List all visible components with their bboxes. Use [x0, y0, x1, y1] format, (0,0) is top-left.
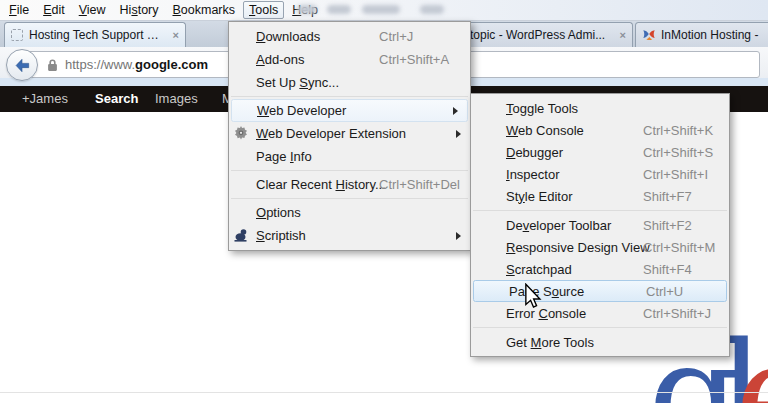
web-developer-submenu: Toggle Tools Web Console Ctrl+Shift+K De…	[470, 93, 730, 357]
lock-icon	[47, 58, 58, 72]
placeholder-favicon-icon	[11, 29, 23, 41]
menu-item-label: Options	[256, 205, 301, 220]
submenu-arrow-icon	[456, 130, 461, 138]
tab-wordpress-admin[interactable]: topic - WordPress Admi... ×	[452, 22, 633, 47]
menu-separator	[231, 198, 468, 199]
shortcut-label: Ctrl+Shift+J	[643, 306, 711, 321]
menu-file[interactable]: File	[3, 1, 35, 19]
submenu-arrow-icon	[456, 232, 461, 240]
url-domain: google.com	[135, 57, 208, 72]
google-bar-search[interactable]: Search	[95, 91, 138, 106]
menu-item-label: Clear Recent History...	[256, 177, 386, 192]
redacted-item	[420, 5, 444, 14]
back-button[interactable]	[6, 49, 38, 81]
menu-item-label: Inspector	[506, 167, 560, 182]
url-scheme: https://www.	[65, 57, 135, 72]
tab-inmotion-hosting[interactable]: InMotion Hosting -	[635, 22, 768, 47]
redacted-item	[362, 5, 400, 14]
back-arrow-icon	[14, 57, 31, 74]
menu-item-responsive-design-view[interactable]: Responsive Design View Ctrl+Shift+M	[471, 236, 729, 258]
menu-tools[interactable]: Tools	[243, 1, 284, 19]
menu-item-web-console[interactable]: Web Console Ctrl+Shift+K	[471, 119, 729, 141]
results-divider	[0, 392, 768, 393]
shortcut-label: Shift+F4	[643, 262, 692, 277]
menu-item-label: Web Developer Extension	[256, 126, 406, 141]
menu-item-clear-recent-history[interactable]: Clear Recent History... Ctrl+Shift+Del	[229, 173, 470, 196]
tab-title: InMotion Hosting -	[661, 28, 768, 42]
menu-item-label: Scratchpad	[506, 262, 572, 277]
menu-item-add-ons[interactable]: Add-ons Ctrl+Shift+A	[229, 48, 470, 71]
menu-item-set-up-sync[interactable]: Set Up Sync...	[229, 71, 470, 94]
menu-item-inspector[interactable]: Inspector Ctrl+Shift+I	[471, 163, 729, 185]
redacted-item	[297, 5, 317, 14]
submenu-arrow-icon	[453, 107, 458, 115]
menu-item-label: Web Console	[506, 123, 584, 138]
redacted-item	[327, 5, 351, 14]
menu-item-toggle-tools[interactable]: Toggle Tools	[471, 97, 729, 119]
google-bar-images[interactable]: Images	[155, 91, 198, 106]
menu-item-label: Toggle Tools	[506, 101, 578, 116]
menu-separator	[473, 210, 727, 211]
menu-item-downloads[interactable]: Downloads Ctrl+J	[229, 25, 470, 48]
tab-title: topic - WordPress Admi...	[470, 28, 614, 42]
mouse-cursor-icon	[524, 283, 543, 312]
close-icon[interactable]: ×	[620, 29, 626, 41]
tools-menu: Downloads Ctrl+J Add-ons Ctrl+Shift+A Se…	[228, 21, 471, 251]
titlebar: File Edit View History Bookmarks Tools H…	[0, 0, 768, 21]
menu-item-label: Get More Tools	[506, 335, 594, 350]
google-bar-profile[interactable]: +James	[22, 91, 68, 106]
scriptish-icon	[233, 227, 249, 243]
joomla-favicon-icon	[642, 28, 656, 42]
menu-item-page-info[interactable]: Page Info	[229, 145, 470, 168]
menu-item-scriptish[interactable]: Scriptish	[229, 224, 470, 247]
menu-item-error-console[interactable]: Error Console Ctrl+Shift+J	[471, 302, 729, 324]
close-icon[interactable]: ×	[173, 29, 179, 41]
menu-item-label: Add-ons	[256, 52, 304, 67]
shortcut-label: Ctrl+Shift+K	[643, 123, 713, 138]
menu-item-web-developer[interactable]: Web Developer	[231, 99, 468, 122]
menu-item-label: Page Source	[509, 284, 584, 299]
menu-item-label: Responsive Design View	[506, 240, 650, 255]
gear-icon	[233, 125, 249, 141]
menu-separator	[231, 96, 468, 97]
shortcut-label: Ctrl+U	[646, 284, 683, 299]
shortcut-label: Ctrl+Shift+S	[643, 145, 713, 160]
shortcut-label: Ctrl+Shift+Del	[379, 177, 460, 192]
menu-item-web-developer-extension[interactable]: Web Developer Extension	[229, 122, 470, 145]
shortcut-label: Ctrl+Shift+M	[643, 240, 715, 255]
menubar: File Edit View History Bookmarks Tools H…	[2, 0, 325, 20]
menu-item-label: Developer Toolbar	[506, 218, 611, 233]
tab-hosting-tech-support[interactable]: Hosting Tech Support Diagno... ×	[4, 22, 186, 47]
menu-item-label: Page Info	[256, 149, 312, 164]
menu-item-label: Error Console	[506, 306, 586, 321]
menu-item-debugger[interactable]: Debugger Ctrl+Shift+S	[471, 141, 729, 163]
menu-view[interactable]: View	[73, 1, 112, 19]
menu-item-label: Style Editor	[506, 189, 573, 204]
menu-item-label: Downloads	[256, 29, 320, 44]
menu-bookmarks[interactable]: Bookmarks	[167, 1, 242, 19]
menu-item-options[interactable]: Options	[229, 201, 470, 224]
logo-letter: e	[735, 322, 768, 403]
menu-item-style-editor[interactable]: Style Editor Shift+F7	[471, 185, 729, 207]
menu-item-label: Debugger	[506, 145, 563, 160]
tab-title: Hosting Tech Support Diagno...	[29, 28, 167, 42]
menu-item-get-more-tools[interactable]: Get More Tools	[471, 331, 729, 353]
menu-item-scratchpad[interactable]: Scratchpad Shift+F4	[471, 258, 729, 280]
menu-separator	[473, 327, 727, 328]
shortcut-label: Shift+F2	[643, 218, 692, 233]
menu-separator	[231, 170, 468, 171]
menu-history[interactable]: History	[114, 1, 165, 19]
shortcut-label: Ctrl+J	[379, 29, 413, 44]
menu-item-label: Scriptish	[256, 228, 306, 243]
menu-item-label: Set Up Sync...	[256, 75, 339, 90]
menu-item-page-source[interactable]: Page Source Ctrl+U	[473, 280, 727, 302]
shortcut-label: Shift+F7	[643, 189, 692, 204]
menu-item-developer-toolbar[interactable]: Developer Toolbar Shift+F2	[471, 214, 729, 236]
menu-edit[interactable]: Edit	[37, 1, 71, 19]
shortcut-label: Ctrl+Shift+I	[643, 167, 708, 182]
shortcut-label: Ctrl+Shift+A	[379, 52, 449, 67]
menu-item-label: Web Developer	[257, 103, 346, 118]
